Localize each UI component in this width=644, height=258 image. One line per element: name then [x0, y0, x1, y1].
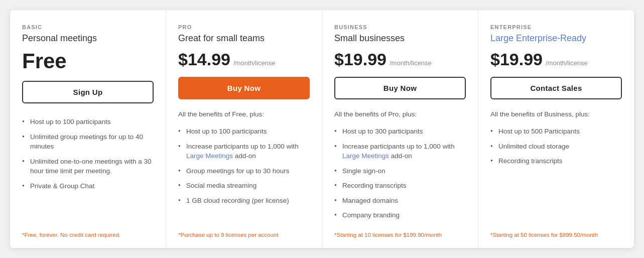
- plan-feature-pro-3: Social media streaming: [178, 178, 310, 193]
- plan-price-pro: $14.99: [178, 51, 230, 68]
- plan-features-pro: Host up to 100 participantsIncrease part…: [178, 124, 310, 223]
- plan-price-row-business: $19.99/month/license: [334, 51, 466, 68]
- plan-feature-basic-0: Host up to 100 participants: [22, 114, 154, 130]
- plan-tagline-pro: Great for small teams: [178, 33, 310, 44]
- plan-feature-enterprise-0: Host up to 500 Participants: [490, 124, 622, 139]
- plan-feature-link-pro-1[interactable]: Large Meetings: [186, 152, 233, 160]
- plan-tagline-business: Small businesses: [334, 33, 466, 44]
- plan-price-row-pro: $14.99/month/license: [178, 51, 310, 68]
- plan-feature-pro-4: 1 GB cloud recording (per license): [178, 193, 310, 208]
- plan-price-period-business: /month/license: [390, 59, 432, 67]
- plan-feature-basic-1: Unlimited group meetings for up to 40 mi…: [22, 130, 154, 154]
- plan-card-business: BUSINESSSmall businesses$19.99/month/lic…: [322, 10, 478, 248]
- plan-feature-enterprise-2: Recording transcripts: [490, 154, 622, 169]
- plan-footnote-business: *Starting at 10 licenses for $199.90/mon…: [334, 232, 466, 238]
- pricing-table: BASICPersonal meetingsFreeSign UpHost up…: [10, 10, 634, 248]
- plan-footnote-enterprise: *Starting at 50 licenses for $999.50/mon…: [490, 232, 622, 238]
- plan-label-business: BUSINESS: [334, 24, 466, 30]
- plan-card-enterprise: ENTERPRISELarge Enterprise-Ready$19.99/m…: [478, 10, 634, 248]
- plan-footnote-pro: *Purchase up to 9 licenses per account: [178, 232, 310, 238]
- plan-footnote-basic: *Free, forever. No credit card required.: [22, 232, 154, 238]
- plan-feature-business-2: Single sign-on: [334, 164, 466, 179]
- plan-benefits-intro-business: All the benefits of Pro, plus:: [334, 110, 466, 118]
- plan-feature-link-business-1[interactable]: Large Meetings: [342, 152, 389, 160]
- plan-feature-business-0: Host up to 300 participants: [334, 124, 466, 139]
- plan-tagline-basic: Personal meetings: [22, 33, 154, 44]
- plan-cta-pro[interactable]: Buy Now: [178, 77, 310, 99]
- plan-cta-business[interactable]: Buy Now: [334, 77, 466, 99]
- plan-price-basic: Free: [22, 51, 67, 72]
- plan-benefits-intro-enterprise: All the benefits of Business, plus:: [490, 110, 622, 118]
- plan-price-row-enterprise: $19.99/month/license: [490, 51, 622, 68]
- plan-features-business: Host up to 300 participantsIncrease part…: [334, 124, 466, 223]
- plan-card-pro: PROGreat for small teams$14.99/month/lic…: [166, 10, 322, 248]
- plan-price-period-enterprise: /month/license: [546, 59, 588, 67]
- plan-feature-basic-2: Unlimited one-to-one meetings with a 30 …: [22, 154, 154, 179]
- plan-card-basic: BASICPersonal meetingsFreeSign UpHost up…: [10, 10, 166, 248]
- plan-benefits-intro-pro: All the benefits of Free, plus:: [178, 110, 310, 118]
- plan-feature-basic-3: Private & Group Chat: [22, 179, 154, 194]
- plan-price-business: $19.99: [334, 51, 387, 68]
- plan-price-enterprise: $19.99: [490, 51, 543, 68]
- plan-price-period-pro: /month/license: [233, 59, 276, 67]
- plan-feature-business-3: Recording transcripts: [334, 178, 466, 193]
- plan-label-enterprise: ENTERPRISE: [490, 24, 622, 30]
- plan-features-enterprise: Host up to 500 ParticipantsUnlimited clo…: [490, 124, 622, 223]
- plan-features-basic: Host up to 100 participantsUnlimited gro…: [22, 114, 154, 223]
- plan-feature-pro-2: Group meetings for up to 30 hours: [178, 164, 310, 179]
- plan-feature-pro-0: Host up to 100 participants: [178, 124, 310, 139]
- plan-cta-enterprise[interactable]: Contact Sales: [490, 77, 622, 99]
- plan-feature-pro-1: Increase participants up to 1,000 with L…: [178, 139, 310, 164]
- plan-label-basic: BASIC: [22, 24, 154, 30]
- plan-feature-business-1: Increase participants up to 1,000 with L…: [334, 139, 466, 164]
- plan-feature-business-5: Company branding: [334, 208, 466, 223]
- plan-price-row-basic: Free: [22, 51, 154, 72]
- plan-label-pro: PRO: [178, 24, 310, 30]
- plan-cta-basic[interactable]: Sign Up: [22, 81, 154, 103]
- plan-tagline-enterprise: Large Enterprise-Ready: [490, 33, 622, 44]
- plan-feature-business-4: Managed domains: [334, 193, 466, 208]
- plan-feature-enterprise-1: Unlimited cloud storage: [490, 139, 622, 154]
